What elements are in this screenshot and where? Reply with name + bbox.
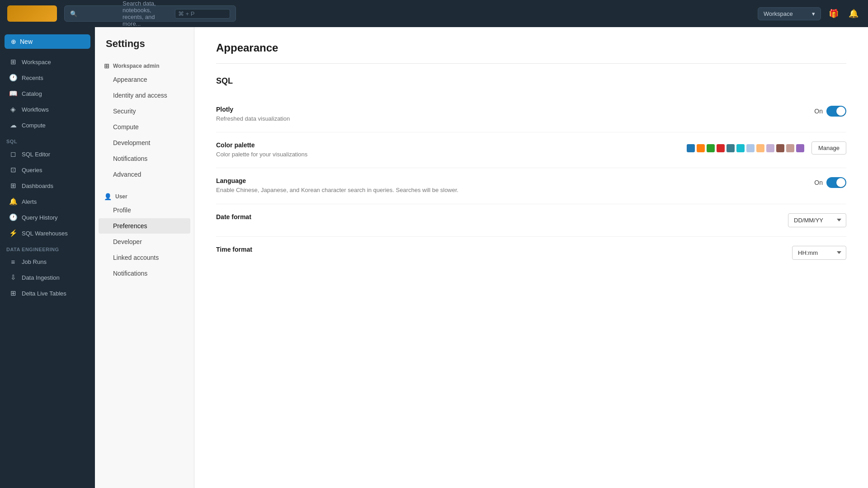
color-swatch-12 bbox=[796, 144, 804, 152]
language-name: Language bbox=[216, 177, 487, 184]
sidebar-item-data-ingestion[interactable]: ⇩ Data Ingestion bbox=[3, 270, 92, 285]
dashboards-icon: ⊞ bbox=[9, 182, 17, 190]
language-desc: Enable Chinese, Japanese, and Korean cha… bbox=[216, 186, 487, 194]
sidebar-item-dashboards-label: Dashboards bbox=[22, 183, 53, 189]
compute-icon: ☁ bbox=[9, 121, 17, 129]
sidebar-item-sql-warehouses-label: SQL Warehouses bbox=[22, 230, 68, 237]
sidebar-item-sql-editor-label: SQL Editor bbox=[22, 151, 50, 158]
settings-nav-notifications-ws[interactable]: Notifications bbox=[99, 151, 190, 166]
settings-nav-preferences[interactable]: Preferences bbox=[99, 218, 190, 234]
sidebar-item-job-runs[interactable]: ≡ Job Runs bbox=[3, 254, 92, 269]
sidebar-item-workspace[interactable]: ⊞ Workspace bbox=[3, 54, 92, 70]
language-toggle-label: On bbox=[814, 179, 823, 186]
sidebar-item-job-runs-label: Job Runs bbox=[22, 258, 47, 265]
user-icon: 👤 bbox=[104, 193, 112, 200]
main-layout: ⊕ New ⊞ Workspace 🕐 Recents 📖 Catalog ◈ … bbox=[0, 27, 868, 488]
settings-nav-appearance[interactable]: Appearance bbox=[99, 72, 190, 87]
sidebar-item-delta-live-tables-label: Delta Live Tables bbox=[22, 290, 66, 297]
new-button[interactable]: ⊕ New bbox=[5, 34, 90, 49]
sidebar-item-compute[interactable]: ☁ Compute bbox=[3, 117, 92, 133]
color-palette-row: Color palette Color palette for your vis… bbox=[216, 132, 846, 168]
color-palette-swatches bbox=[687, 144, 804, 152]
sidebar-item-recents[interactable]: 🕐 Recents bbox=[3, 70, 92, 85]
language-toggle[interactable] bbox=[826, 177, 846, 188]
job-runs-icon: ≡ bbox=[9, 258, 17, 266]
sidebar-item-workspace-label: Workspace bbox=[22, 59, 51, 66]
color-swatch-1 bbox=[687, 144, 695, 152]
sql-section-heading: SQL bbox=[216, 76, 846, 86]
workspace-admin-label: Workspace admin bbox=[113, 63, 159, 69]
workspace-selector[interactable]: Workspace ▾ bbox=[758, 7, 821, 20]
top-bar-right: Workspace ▾ 🎁 🔔 bbox=[758, 6, 861, 21]
date-format-row: Date format DD/MM/YY MM/DD/YY YY/MM/DD Y… bbox=[216, 204, 846, 237]
settings-sidebar: Settings ⊞ Workspace admin Appearance Id… bbox=[95, 27, 194, 488]
color-palette-control: Manage bbox=[687, 141, 846, 155]
color-swatch-8 bbox=[756, 144, 764, 152]
settings-nav-developer[interactable]: Developer bbox=[99, 234, 190, 249]
time-format-control: HH:mm hh:mm a HH:mm:ss bbox=[792, 246, 846, 260]
sidebar-item-catalog[interactable]: 📖 Catalog bbox=[3, 86, 92, 101]
recents-icon: 🕐 bbox=[9, 74, 17, 82]
logo bbox=[7, 5, 57, 22]
settings-nav-linked-accounts[interactable]: Linked accounts bbox=[99, 250, 190, 265]
settings-nav-advanced[interactable]: Advanced bbox=[99, 167, 190, 182]
notifications-button[interactable]: 🔔 bbox=[846, 6, 861, 21]
color-swatch-11 bbox=[786, 144, 794, 152]
color-swatch-10 bbox=[776, 144, 784, 152]
title-divider bbox=[216, 63, 846, 64]
search-shortcut: ⌘ + P bbox=[175, 9, 230, 19]
sql-section-label: SQL bbox=[0, 133, 95, 146]
gift-icon: 🎁 bbox=[829, 9, 839, 19]
language-control: On bbox=[814, 177, 846, 188]
color-palette-name: Color palette bbox=[216, 141, 487, 149]
alerts-icon: 🔔 bbox=[9, 197, 17, 206]
plotly-toggle-label: On bbox=[814, 108, 823, 115]
workflows-icon: ◈ bbox=[9, 105, 17, 113]
settings-nav-profile[interactable]: Profile bbox=[99, 202, 190, 218]
user-label: User bbox=[115, 193, 127, 200]
color-swatch-6 bbox=[736, 144, 745, 152]
sidebar-item-queries-label: Queries bbox=[22, 167, 42, 174]
sidebar-item-alerts[interactable]: 🔔 Alerts bbox=[3, 194, 92, 209]
date-format-dropdown[interactable]: DD/MM/YY MM/DD/YY YY/MM/DD YYYY-MM-DD bbox=[788, 213, 846, 227]
sidebar-item-queries[interactable]: ⊡ Queries bbox=[3, 162, 92, 178]
bell-icon: 🔔 bbox=[849, 9, 859, 19]
sidebar-item-workflows[interactable]: ◈ Workflows bbox=[3, 102, 92, 117]
plotly-control: On bbox=[814, 106, 846, 117]
color-palette-info: Color palette Color palette for your vis… bbox=[216, 141, 487, 159]
sidebar-item-query-history-label: Query History bbox=[22, 214, 57, 221]
sidebar-item-sql-editor[interactable]: ◻ SQL Editor bbox=[3, 146, 92, 162]
sidebar-item-query-history[interactable]: 🕐 Query History bbox=[3, 210, 92, 225]
plotly-setting-row: Plotly Refreshed data visualization On bbox=[216, 97, 846, 132]
search-bar[interactable]: 🔍 Search data, notebooks, recents, and m… bbox=[64, 5, 236, 22]
plotly-info: Plotly Refreshed data visualization bbox=[216, 106, 487, 123]
workspace-admin-header: ⊞ Workspace admin bbox=[95, 59, 194, 71]
color-swatch-7 bbox=[746, 144, 755, 152]
sql-editor-icon: ◻ bbox=[9, 150, 17, 158]
data-eng-section-label: Data Engineering bbox=[0, 241, 95, 254]
color-swatch-3 bbox=[707, 144, 715, 152]
date-format-info: Date format bbox=[216, 213, 487, 222]
settings-nav-compute[interactable]: Compute bbox=[99, 119, 190, 135]
plotly-toggle[interactable] bbox=[826, 106, 846, 117]
settings-nav-notifications-user[interactable]: Notifications bbox=[99, 266, 190, 281]
color-palette-desc: Color palette for your visualizations bbox=[216, 150, 487, 159]
workspace-label: Workspace bbox=[764, 10, 793, 17]
sidebar-item-delta-live-tables[interactable]: ⊞ Delta Live Tables bbox=[3, 286, 92, 301]
search-placeholder: Search data, notebooks, recents, and mor… bbox=[123, 0, 171, 27]
chevron-down-icon: ▾ bbox=[812, 10, 815, 17]
settings-nav-security[interactable]: Security bbox=[99, 103, 190, 119]
settings-nav-identity-access[interactable]: Identity and access bbox=[99, 88, 190, 103]
sidebar-item-sql-warehouses[interactable]: ⚡ SQL Warehouses bbox=[3, 225, 92, 241]
settings-nav-development[interactable]: Development bbox=[99, 135, 190, 150]
main-content: Appearance SQL Plotly Refreshed data vis… bbox=[194, 27, 868, 488]
sidebar-item-dashboards[interactable]: ⊞ Dashboards bbox=[3, 178, 92, 193]
gift-button[interactable]: 🎁 bbox=[826, 6, 841, 21]
sidebar-item-data-ingestion-label: Data Ingestion bbox=[22, 274, 60, 281]
sql-warehouses-icon: ⚡ bbox=[9, 229, 17, 237]
time-format-name: Time format bbox=[216, 246, 487, 253]
manage-palette-button[interactable]: Manage bbox=[811, 141, 846, 155]
language-toggle-group: On bbox=[814, 177, 846, 188]
search-icon: 🔍 bbox=[70, 10, 119, 17]
time-format-dropdown[interactable]: HH:mm hh:mm a HH:mm:ss bbox=[792, 246, 846, 260]
